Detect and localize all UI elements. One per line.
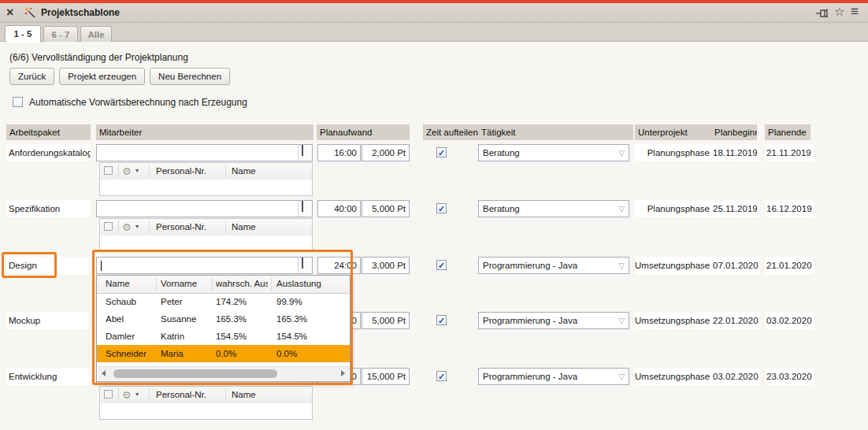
text-cursor bbox=[101, 261, 102, 271]
tab-alle[interactable]: Alle bbox=[80, 26, 112, 42]
mitarbeiter-combobox[interactable] bbox=[96, 200, 313, 217]
select-all-checkbox[interactable] bbox=[104, 390, 113, 398]
select-all-checkbox[interactable] bbox=[104, 166, 113, 175]
hours-input[interactable]: 16:00 bbox=[317, 144, 361, 161]
arbeitspaket-label: Mockup bbox=[6, 312, 91, 329]
dropdown-arrow-icon[interactable]: ▽ bbox=[618, 369, 625, 385]
cell-name: Abel bbox=[106, 310, 124, 328]
mitarbeiter-subtable: ⚙ ▾ Personal-Nr. Name bbox=[99, 218, 313, 252]
dropdown-header-row: Name Vorname wahrsch. Ausl Auslastung bbox=[97, 276, 350, 294]
unterprojekt-value: Umsetzungsphase bbox=[635, 368, 712, 385]
points-input[interactable]: 3,000 Pt bbox=[362, 257, 410, 274]
zeit-aufteilen-checkbox[interactable]: ✓ bbox=[436, 371, 447, 381]
check-icon: ✓ bbox=[438, 148, 445, 158]
titlebar: × Projektschablone ☆ ≡ bbox=[0, 3, 868, 23]
planende-value: 21.01.2020 bbox=[765, 257, 814, 274]
combobox-value: Programmierung - Java bbox=[483, 369, 577, 384]
arbeitspaket-label: Design bbox=[6, 257, 91, 274]
chevron-down-icon[interactable] bbox=[298, 258, 312, 273]
taetigkeit-combobox[interactable]: Beratung ▽ bbox=[478, 144, 629, 161]
create-project-button[interactable]: Projekt erzeugen bbox=[59, 68, 145, 85]
taetigkeit-combobox[interactable]: Programmierung - Java ▽ bbox=[478, 312, 629, 329]
dropdown-row-schaub[interactable]: Schaub Peter 174.2% 99.9% bbox=[97, 293, 350, 310]
zeit-aufteilen-checkbox[interactable]: ✓ bbox=[436, 315, 447, 325]
subtable-header-name: Name bbox=[232, 387, 256, 403]
taetigkeit-combobox[interactable]: Programmierung - Java ▽ bbox=[478, 368, 629, 385]
horizontal-scrollbar[interactable] bbox=[98, 366, 349, 380]
check-icon: ✓ bbox=[438, 316, 445, 325]
tab-1-5[interactable]: 1 - 5 bbox=[5, 25, 41, 43]
mitarbeiter-combobox[interactable] bbox=[96, 257, 313, 274]
tabstrip: 1 - 5 6 - 7 Alle bbox=[0, 23, 868, 42]
dropdown-row-schneider-selected[interactable]: Schneider Maria 0.0% 0.0% bbox=[97, 345, 350, 362]
subtable-header-name: Name bbox=[232, 219, 256, 235]
cell-name: Schaub bbox=[106, 293, 136, 310]
combobox-value: Programmierung - Java bbox=[483, 313, 577, 328]
dropdown-row-abel[interactable]: Abel Susanne 165.3% 165.3% bbox=[97, 310, 350, 328]
dropdown-arrow-icon[interactable]: ▽ bbox=[618, 258, 625, 274]
planende-value: 23.03.2020 bbox=[765, 368, 814, 385]
chevron-down-icon[interactable] bbox=[298, 201, 312, 217]
dropdown-header-vorname: Vorname bbox=[161, 276, 197, 292]
scroll-left-icon[interactable] bbox=[98, 367, 110, 380]
subtable-header: ⚙ ▾ Personal-Nr. Name bbox=[100, 219, 312, 236]
select-all-checkbox[interactable] bbox=[104, 222, 113, 231]
scrollbar-thumb[interactable] bbox=[113, 369, 277, 378]
star-icon[interactable]: ☆ bbox=[834, 5, 844, 19]
taetigkeit-combobox[interactable]: Beratung ▽ bbox=[478, 200, 629, 217]
combobox-value: Beratung bbox=[483, 201, 520, 217]
taetigkeit-combobox[interactable]: Programmierung - Java ▽ bbox=[478, 257, 629, 274]
subtable-header-personal-nr: Personal-Nr. bbox=[156, 387, 206, 403]
hours-input[interactable]: 24:00 bbox=[317, 257, 361, 274]
arbeitspaket-label: Entwicklung bbox=[6, 368, 91, 385]
zeit-aufteilen-checkbox[interactable]: ✓ bbox=[436, 203, 447, 213]
gear-icon[interactable]: ⚙ bbox=[122, 387, 132, 402]
caret-down-icon[interactable]: ▾ bbox=[135, 223, 139, 230]
dropdown-row-damler[interactable]: Damler Katrin 154.5% 154.5% bbox=[97, 328, 350, 345]
auto-forward-checkbox[interactable]: ✓ bbox=[13, 97, 23, 107]
dropdown-arrow-icon[interactable]: ▽ bbox=[618, 202, 625, 217]
cell-wahrsch: 174.2% bbox=[216, 293, 268, 310]
points-input[interactable]: 5,000 Pt bbox=[362, 200, 410, 217]
subtable-empty-row[interactable] bbox=[100, 180, 312, 195]
menu-icon[interactable]: ≡ bbox=[851, 4, 859, 20]
chevron-down-icon[interactable] bbox=[298, 145, 312, 161]
planbeginn-value: 18.11.2019 bbox=[711, 144, 760, 161]
hours-input[interactable]: 40:00 bbox=[317, 200, 361, 217]
tab-6-7[interactable]: 6 - 7 bbox=[43, 26, 78, 42]
caret-down-icon[interactable]: ▾ bbox=[135, 167, 139, 174]
cell-wahrsch: 165.3% bbox=[216, 310, 268, 328]
points-input[interactable]: 15,000 Pt bbox=[362, 368, 410, 385]
zeit-aufteilen-checkbox[interactable]: ✓ bbox=[436, 260, 447, 270]
col-header-planbeginn: Planbeginn bbox=[711, 124, 757, 140]
dropdown-arrow-icon[interactable]: ▽ bbox=[618, 313, 625, 329]
caret-down-icon[interactable]: ▾ bbox=[135, 391, 139, 398]
mitarbeiter-combobox[interactable] bbox=[96, 144, 313, 161]
gear-icon[interactable]: ⚙ bbox=[122, 164, 132, 179]
dropdown-arrow-icon[interactable]: ▽ bbox=[618, 146, 625, 161]
recalculate-button[interactable]: Neu Berechnen bbox=[150, 68, 230, 85]
planbeginn-value: 07.01.2020 bbox=[711, 257, 760, 274]
points-input[interactable]: 5,000 Pt bbox=[362, 312, 410, 329]
pin-icon[interactable] bbox=[815, 7, 829, 21]
scroll-right-icon[interactable] bbox=[336, 367, 349, 380]
points-input[interactable]: 2,000 Pt bbox=[362, 144, 410, 161]
col-header-taetigkeit: Tätigkeit bbox=[478, 124, 633, 140]
dropdown-header-wahrsch-ausl: wahrsch. Ausl bbox=[216, 276, 268, 292]
cell-vorname: Maria bbox=[161, 345, 184, 362]
planende-value: 16.12.2019 bbox=[765, 200, 814, 217]
cell-vorname: Peter bbox=[161, 293, 183, 310]
check-icon: ✓ bbox=[438, 204, 445, 213]
zeit-aufteilen-checkbox[interactable]: ✓ bbox=[436, 147, 447, 158]
window-title: Projektschablone bbox=[41, 7, 120, 18]
cell-auslastung: 99.9% bbox=[276, 293, 302, 310]
projektschablone-window: × Projektschablone ☆ ≡ 1 - 5 6 - 7 Alle … bbox=[0, 0, 868, 430]
gear-icon[interactable]: ⚙ bbox=[122, 220, 132, 235]
subtable-empty-row[interactable] bbox=[100, 235, 312, 251]
subtable-header: ⚙ ▾ Personal-Nr. Name bbox=[100, 163, 312, 180]
button-row: Zurück Projekt erzeugen Neu Berechnen bbox=[9, 68, 230, 85]
subtable-empty-row[interactable] bbox=[100, 403, 312, 419]
back-button[interactable]: Zurück bbox=[9, 68, 54, 85]
combobox-value: Programmierung - Java bbox=[483, 258, 577, 273]
close-icon[interactable]: × bbox=[6, 6, 13, 20]
